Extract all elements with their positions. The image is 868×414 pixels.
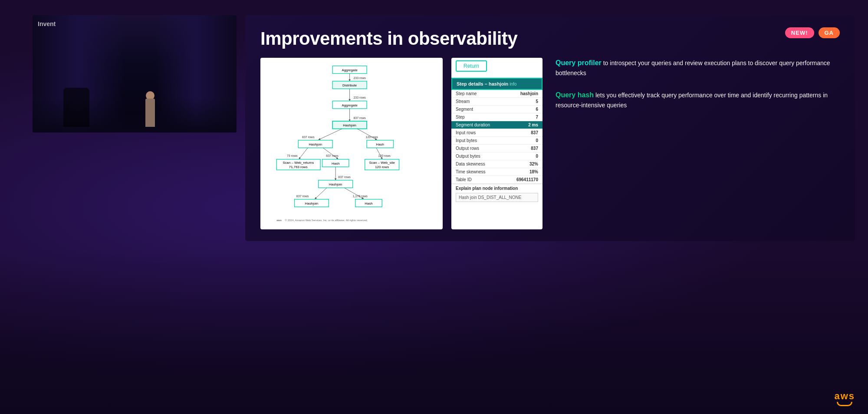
video-panel: Invent <box>33 15 237 132</box>
svg-text:Aggregate: Aggregate <box>342 68 358 72</box>
step-details-panel: Return Step details – hashjoin info Step… <box>451 58 542 229</box>
svg-text:71,763 rows: 71,763 rows <box>289 165 308 169</box>
svg-text:Scan – Web_returns: Scan – Web_returns <box>283 161 314 165</box>
bottom-area <box>0 249 868 414</box>
svg-text:Distribute: Distribute <box>342 83 357 87</box>
badges-container: NEW! GA <box>785 27 840 38</box>
aws-corner-logo: aws <box>834 391 855 406</box>
svg-text:837 rows: 837 rows <box>302 136 315 139</box>
svg-line-42 <box>316 188 327 199</box>
query-hash-highlight: Query hash <box>556 91 594 99</box>
svg-text:120 rows: 120 rows <box>378 154 391 157</box>
step-row-segment: Segment 6 <box>451 106 542 113</box>
svg-text:Hash: Hash <box>365 202 372 205</box>
svg-text:73 rows: 73 rows <box>287 154 298 157</box>
svg-text:120 rows: 120 rows <box>365 136 378 139</box>
svg-text:Hashjoin: Hashjoin <box>305 202 319 205</box>
svg-text:Hash: Hash <box>332 162 339 166</box>
svg-text:Scan – Web_site: Scan – Web_site <box>369 161 395 165</box>
section-query-profiler: Query profiler to introspect your querie… <box>556 58 835 78</box>
stage: Invent <box>33 15 237 132</box>
svg-text:837 rows: 837 rows <box>338 176 351 179</box>
presenter-body <box>145 99 155 127</box>
svg-text:233 rows: 233 rows <box>353 76 366 79</box>
presenter <box>141 75 159 127</box>
slide-title: Improvements in observability <box>260 28 840 49</box>
svg-text:837 rows: 837 rows <box>353 116 366 119</box>
step-row-output-bytes: Output bytes 0 <box>451 152 542 160</box>
stage-label: Invent <box>38 20 56 27</box>
step-row-input-rows: Input rows 837 <box>451 129 542 137</box>
step-row-time-skewness: Time skewness 18% <box>451 168 542 176</box>
return-button[interactable]: Return <box>456 60 487 72</box>
svg-text:Hashjoin: Hashjoin <box>329 182 342 186</box>
svg-text:233 rows: 233 rows <box>353 96 366 99</box>
aws-corner-text: aws <box>834 391 855 402</box>
svg-text:© 2024, Amazon Web Services, I: © 2024, Amazon Web Services, Inc. or its… <box>285 219 368 222</box>
explain-section-label: Explain plan node information <box>451 184 542 192</box>
right-text-area: Query profiler to introspect your querie… <box>551 58 840 229</box>
section-query-hash: Query hash lets you effectively track qu… <box>556 90 835 110</box>
step-row-segment-duration: Segment duration 2 ms <box>451 121 542 129</box>
svg-text:837 rows: 837 rows <box>296 195 309 198</box>
step-row-data-skewness: Data skewness 32% <box>451 160 542 168</box>
svg-text:Hashjoin: Hashjoin <box>309 142 322 146</box>
svg-text:120 rows: 120 rows <box>375 165 389 169</box>
svg-text:aws: aws <box>276 219 282 222</box>
query-hash-text: lets you effectively track query perform… <box>556 92 828 109</box>
step-details-header: Step details – hashjoin info <box>451 78 542 90</box>
slide-content: Improvements in observability NEW! GA Ag… <box>245 15 855 241</box>
svg-line-24 <box>299 148 308 159</box>
aws-corner-smile <box>837 402 852 406</box>
badge-new: NEW! <box>785 27 814 38</box>
badge-ga: GA <box>819 27 840 38</box>
step-row-stream: Stream 5 <box>451 98 542 106</box>
query-profiler-highlight: Query profiler <box>556 59 602 66</box>
svg-text:Hash: Hash <box>376 142 384 146</box>
svg-text:837 rows: 837 rows <box>326 154 339 157</box>
content-area: Aggregate 233 rows Distribute 233 rows A… <box>260 58 840 229</box>
svg-text:Aggregate: Aggregate <box>342 103 358 107</box>
query-diagram: Aggregate 233 rows Distribute 233 rows A… <box>260 58 443 229</box>
diagram-svg: Aggregate 233 rows Distribute 233 rows A… <box>264 62 439 226</box>
explain-box: Hash join DS_DIST_ALL_NONE <box>456 193 538 202</box>
svg-line-16 <box>319 129 342 139</box>
step-row-table-id: Table ID 696411170 <box>451 176 542 184</box>
step-row-input-bytes: Input bytes 0 <box>451 137 542 145</box>
shadow-figure <box>63 88 89 127</box>
step-row-step: Step 7 <box>451 113 542 121</box>
step-row-stepname: Step name hashjoin <box>451 90 542 98</box>
svg-text:1,176 rows: 1,176 rows <box>353 195 368 198</box>
step-row-output-rows: Output rows 837 <box>451 145 542 152</box>
svg-text:Hashjoin: Hashjoin <box>343 123 356 127</box>
